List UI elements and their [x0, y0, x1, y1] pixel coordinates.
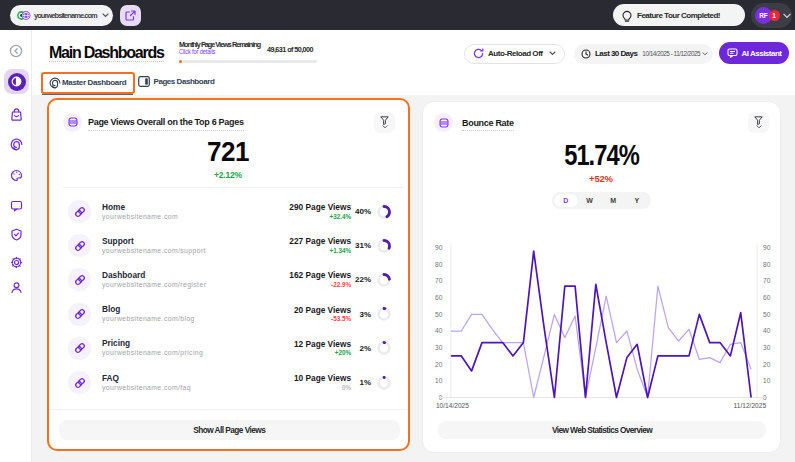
svg-text:60: 60: [763, 294, 771, 301]
svg-text:10/14/2025: 10/14/2025: [435, 402, 468, 409]
svg-text:40: 40: [763, 327, 771, 334]
svg-text:20: 20: [435, 361, 443, 368]
svg-text:10: 10: [435, 377, 443, 384]
svg-text:50: 50: [435, 311, 443, 318]
svg-text:40: 40: [435, 327, 443, 334]
svg-text:60: 60: [435, 294, 443, 301]
svg-text:90: 90: [435, 244, 443, 251]
svg-text:20: 20: [763, 361, 771, 368]
svg-text:30: 30: [435, 344, 443, 351]
svg-text:70: 70: [763, 277, 771, 284]
svg-text:80: 80: [435, 261, 443, 268]
svg-text:70: 70: [435, 277, 443, 284]
svg-text:11/12/2025: 11/12/2025: [733, 402, 766, 409]
svg-text:30: 30: [763, 344, 771, 351]
svg-text:50: 50: [763, 311, 771, 318]
svg-text:10: 10: [763, 377, 771, 384]
svg-text:90: 90: [763, 244, 771, 251]
svg-text:80: 80: [763, 261, 771, 268]
